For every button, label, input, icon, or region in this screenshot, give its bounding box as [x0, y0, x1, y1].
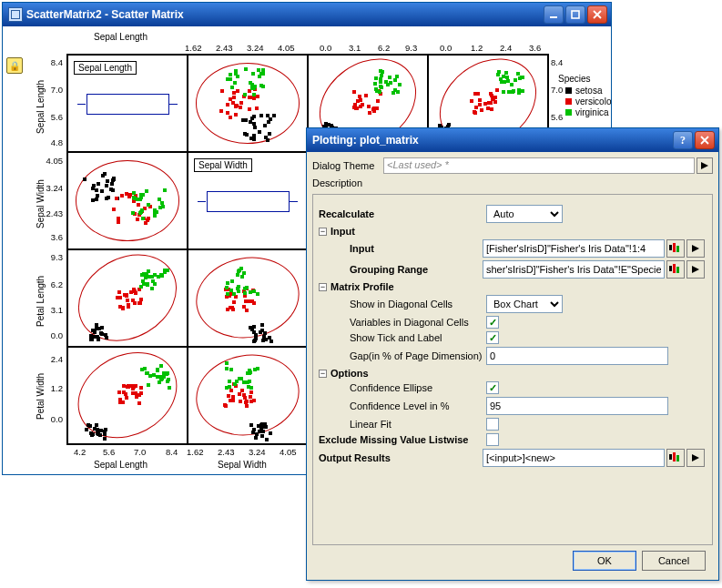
dialog-close-button[interactable]	[695, 131, 715, 149]
col-label-top: Sepal Length	[94, 32, 147, 42]
main-title: ScatterMatrix2 - Scatter Matrix	[26, 8, 184, 21]
tick: 4.05	[43, 156, 63, 166]
tick: 8.4	[166, 447, 178, 457]
main-titlebar[interactable]: ScatterMatrix2 - Scatter Matrix	[3, 3, 611, 26]
tick: 3.24	[43, 183, 63, 193]
dialog-title: Plotting: plot_matrix	[312, 134, 419, 147]
tick: 2.43	[43, 208, 63, 218]
legend: Species setosa versicolor virginica	[558, 74, 611, 118]
tick: 6.2	[46, 279, 63, 289]
ok-button[interactable]: OK	[573, 551, 636, 571]
row-label: Sepal Width	[36, 179, 46, 228]
tick: 2.43	[218, 447, 235, 457]
linear-label: Linear Fit	[319, 419, 486, 430]
cell-scatter	[67, 152, 188, 249]
description-label: Description	[312, 177, 713, 188]
tick: 3.6	[46, 232, 63, 242]
tick: 0.0	[46, 330, 63, 340]
conf-field[interactable]	[486, 397, 668, 415]
help-button[interactable]: ?	[673, 131, 693, 149]
cell-scatter	[67, 249, 188, 347]
range-menu-button[interactable]	[686, 239, 705, 258]
tick: 7.0	[46, 85, 63, 95]
tick: 0.0	[440, 43, 452, 53]
dialog-window: Plotting: plot_matrix ? Dialog Theme <La…	[306, 127, 719, 581]
conf-label: Confidence Level in %	[319, 400, 486, 411]
tick: 7.0	[134, 447, 146, 457]
tick: 4.2	[74, 447, 86, 457]
diag-label: Sepal Length	[74, 61, 137, 75]
dialog-titlebar[interactable]: Plotting: plot_matrix ?	[307, 128, 718, 152]
tick: 1.2	[46, 383, 63, 393]
recalc-label: Recalculate	[319, 208, 486, 219]
theme-field[interactable]: <Last used> *	[383, 157, 695, 174]
options-group: Options	[330, 368, 498, 379]
tick: 0.0	[320, 43, 331, 53]
row-label: Petal Width	[36, 373, 46, 420]
dialog-fieldset: Recalculate Auto − Input Input Grouping …	[312, 194, 713, 545]
cell-scatter	[188, 55, 308, 152]
gap-field[interactable]	[486, 347, 668, 365]
gap-label: Gap(in % of Page Dimension)	[319, 350, 486, 361]
tick: 5.6	[46, 112, 63, 122]
linear-checkbox[interactable]	[486, 418, 499, 431]
tree-toggle[interactable]: −	[319, 370, 327, 378]
col-label: Sepal Length	[94, 460, 147, 470]
range-menu-button[interactable]	[686, 449, 705, 467]
cell-scatter	[188, 347, 308, 444]
close-button[interactable]	[587, 5, 607, 24]
minimize-button[interactable]	[544, 5, 564, 24]
tick: 4.05	[280, 447, 297, 457]
output-field[interactable]	[483, 449, 665, 467]
range-picker-button[interactable]	[666, 239, 685, 258]
tick: 1.2	[471, 43, 483, 53]
diag-label: Show in Diagonal Cells	[319, 299, 486, 309]
tick: 0.0	[46, 414, 63, 424]
boxplot	[86, 94, 169, 115]
range-menu-button[interactable]	[686, 260, 705, 279]
app-icon	[8, 7, 23, 22]
legend-item: versicolor	[558, 96, 611, 106]
tree-toggle[interactable]: −	[319, 283, 327, 291]
maximize-button[interactable]	[565, 5, 585, 24]
svg-rect-0	[550, 16, 557, 18]
tick: 1.62	[185, 43, 202, 53]
vardiag-checkbox[interactable]: ✓	[486, 316, 499, 329]
tick: 9.3	[405, 43, 417, 53]
cell-diag-sepal-length: Sepal Length	[67, 55, 188, 152]
grouping-label: Grouping Range	[319, 264, 483, 275]
cell-diag-sepal-width: Sepal Width	[188, 152, 308, 249]
svg-rect-1	[572, 11, 579, 18]
tick: 3.1	[46, 305, 63, 315]
matrix-group: Matrix Profile	[330, 281, 498, 292]
ellipse-label: Confidence Ellipse	[319, 382, 486, 393]
tick: 1.62	[187, 447, 204, 457]
ellipse-checkbox[interactable]: ✓	[486, 381, 499, 394]
tick: 8.4	[46, 57, 63, 67]
cell-scatter	[67, 347, 188, 444]
input-range-field[interactable]	[483, 239, 665, 258]
theme-menu-button[interactable]	[697, 157, 713, 174]
grouping-range-field[interactable]	[483, 260, 665, 279]
lock-icon: 🔒	[6, 57, 23, 74]
tree-toggle[interactable]: −	[319, 228, 327, 236]
cancel-button[interactable]: Cancel	[642, 551, 706, 571]
tick: 3.24	[249, 447, 266, 457]
tick: 3.24	[247, 43, 264, 53]
input-label: Input	[319, 243, 483, 254]
tick: 4.05	[278, 43, 295, 53]
theme-label: Dialog Theme	[312, 160, 383, 171]
legend-title: Species	[558, 74, 611, 84]
excl-checkbox[interactable]	[486, 433, 499, 446]
tick: 2.4	[500, 43, 512, 53]
range-picker-button[interactable]	[666, 449, 685, 467]
range-picker-button[interactable]	[666, 260, 685, 279]
out-label: Output Results	[319, 452, 483, 463]
tick: 3.6	[529, 43, 541, 53]
diag-select[interactable]: Box Chart	[486, 295, 563, 313]
tick: 2.4	[46, 354, 63, 364]
recalc-select[interactable]: Auto	[486, 205, 563, 223]
tick-checkbox[interactable]: ✓	[486, 331, 499, 344]
diag-label: Sepal Width	[194, 158, 252, 172]
tick: 2.43	[216, 43, 233, 53]
